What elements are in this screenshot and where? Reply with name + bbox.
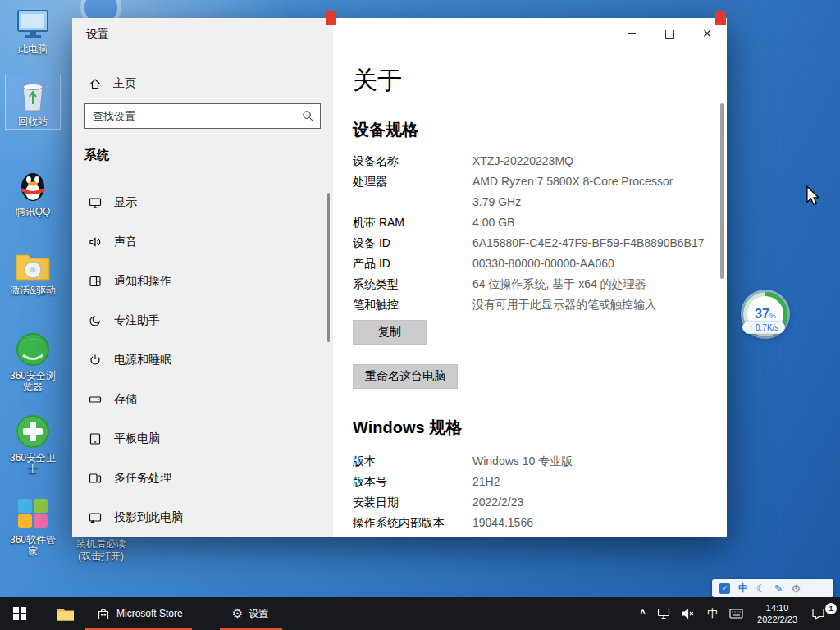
spec-label: 版本号 xyxy=(353,472,472,492)
folder-icon xyxy=(15,249,51,282)
spec-value: 21H2 xyxy=(472,472,500,492)
sidebar-item-label: 显示 xyxy=(114,195,137,210)
spec-value: AMD Ryzen 7 5800X 8-Core Processor 3.79 … xyxy=(472,171,673,212)
spec-value: 00330-80000-00000-AA060 xyxy=(472,253,614,274)
microsoft-store-button[interactable]: Microsoft Store xyxy=(85,597,194,630)
store-icon xyxy=(97,607,110,620)
multitask-icon xyxy=(88,472,102,485)
desktop-icon-qq[interactable]: 腾讯QQ xyxy=(6,166,60,219)
spec-label: 系统类型 xyxy=(353,274,472,294)
360-software-icon xyxy=(15,495,51,532)
sidebar-item-label: 投影到此电脑 xyxy=(114,510,183,525)
spec-row: 系统类型 64 位操作系统, 基于 x64 的处理器 xyxy=(353,274,707,294)
start-button[interactable] xyxy=(0,597,39,630)
desktop-icon-this-pc[interactable]: 此电脑 xyxy=(6,7,60,57)
ime-indicator[interactable]: 中 xyxy=(701,597,724,630)
up-arrow-icon: ↑ xyxy=(749,323,753,332)
desktop-icon-readme-label[interactable]: 装机后必读(双击打开) xyxy=(71,538,131,563)
ime-toolbar: ✓ 中 ☾ ✎ ⚙ xyxy=(712,579,833,597)
copy-button[interactable]: 复制 xyxy=(353,320,427,345)
recycle-bin-icon xyxy=(15,77,51,113)
sidebar-item-label: 主页 xyxy=(113,76,136,91)
check-icon[interactable]: ✓ xyxy=(719,583,730,594)
spec-row: 处理器 AMD Ryzen 7 5800X 8-Core Processor 3… xyxy=(353,171,707,212)
sidebar-item-label: 电源和睡眠 xyxy=(114,353,171,368)
pencil-icon[interactable]: ✎ xyxy=(774,582,783,595)
desktop-icon-label: 此电脑 xyxy=(18,43,48,55)
red-marker-right xyxy=(715,11,726,25)
spec-row: 产品 ID 00330-80000-00000-AA060 xyxy=(353,253,707,274)
sidebar-item-tablet[interactable]: 平板电脑 xyxy=(72,419,333,459)
spec-label: 版本 xyxy=(353,451,472,472)
home-icon xyxy=(88,77,102,90)
spec-label: 设备 ID xyxy=(353,233,472,253)
desktop-icon-drivers-folder[interactable]: 激活&驱动 xyxy=(6,248,60,298)
volume-muted-tray-icon[interactable] xyxy=(676,597,701,630)
sidebar-item-home[interactable]: 主页 xyxy=(72,69,333,98)
desktop: 此电脑 回收站 腾讯QQ 激活&驱动 xyxy=(0,0,840,630)
ime-settings-gear-icon[interactable]: ⚙ xyxy=(792,582,801,595)
settings-window: × 设置 主页 系统 xyxy=(72,18,727,537)
touch-keyboard-icon[interactable] xyxy=(724,597,749,630)
desktop-icon-label: 360安全卫士 xyxy=(6,452,60,475)
sidebar-item-power-sleep[interactable]: 电源和睡眠 xyxy=(72,340,333,380)
projecting-icon xyxy=(88,511,102,524)
settings-sidebar: 设置 主页 系统 xyxy=(72,18,333,537)
desktop-icon-360-software[interactable]: 360软件管家 xyxy=(6,494,60,559)
sidebar-scrollbar[interactable] xyxy=(327,193,330,342)
spec-label: 笔和触控 xyxy=(353,294,472,315)
ime-chinese-mode[interactable]: 中 xyxy=(738,582,748,596)
speaker-icon xyxy=(88,235,102,249)
display-icon xyxy=(88,196,102,209)
spec-label: 产品 ID xyxy=(353,253,472,274)
red-marker-left xyxy=(326,11,336,25)
network-tray-icon[interactable] xyxy=(651,597,676,630)
spec-label: 操作系统内部版本 xyxy=(353,513,472,533)
taskbar-settings-button[interactable]: ⚙ 设置 xyxy=(222,597,278,630)
sidebar-item-sound[interactable]: 声音 xyxy=(72,222,333,262)
minimize-button[interactable] xyxy=(613,21,651,46)
spec-value: 19044.1566 xyxy=(472,513,533,533)
taskbar-clock[interactable]: 14:10 2022/2/23 xyxy=(749,602,806,625)
sidebar-item-focus-assist[interactable]: 专注助手 xyxy=(72,301,333,340)
action-center-button[interactable]: 1 xyxy=(806,597,837,630)
windows-spec-title: Windows 规格 xyxy=(353,417,462,439)
notifications-icon xyxy=(88,275,102,288)
desktop-icon-360-browser[interactable]: 360安全浏览器 xyxy=(6,330,60,395)
mouse-cursor xyxy=(806,185,819,206)
desktop-icon-recycle-bin[interactable]: 回收站 xyxy=(6,75,60,129)
sidebar-item-multitasking[interactable]: 多任务处理 xyxy=(72,459,333,498)
spec-row: 设备名称 XTZJ-20220223MQ xyxy=(353,151,707,171)
search-input[interactable] xyxy=(84,103,321,129)
close-button[interactable]: × xyxy=(688,21,726,46)
content-scrollbar[interactable] xyxy=(720,103,724,279)
device-spec-table: 设备名称 XTZJ-20220223MQ 处理器 AMD Ryzen 7 580… xyxy=(353,151,707,315)
360-safe-icon xyxy=(15,413,51,450)
spec-row: 版本号 21H2 xyxy=(353,472,707,492)
spec-label: 安装日期 xyxy=(353,492,472,513)
sidebar-item-notifications[interactable]: 通知和操作 xyxy=(72,262,333,301)
spec-value: 没有可用于此显示器的笔或触控输入 xyxy=(472,294,656,315)
search-icon[interactable] xyxy=(302,110,314,122)
sidebar-item-storage[interactable]: 存储 xyxy=(72,380,333,419)
desktop-icon-label: 回收站 xyxy=(18,116,48,127)
desktop-icon-label: 360软件管家 xyxy=(6,534,60,557)
spec-value: 4.00 GB xyxy=(472,212,514,233)
network-speed-badge[interactable]: ↑ 0.7K/s xyxy=(742,321,785,334)
sidebar-item-display[interactable]: 显示 xyxy=(72,183,333,222)
settings-search xyxy=(84,103,321,129)
file-explorer-button[interactable] xyxy=(46,597,85,630)
maximize-icon xyxy=(665,30,674,39)
taskbar-settings-label: 设置 xyxy=(249,607,268,621)
windows-logo-icon xyxy=(13,607,26,620)
tray-chevron-up[interactable]: ^ xyxy=(634,597,651,630)
desktop-icon-360-safe[interactable]: 360安全卫士 xyxy=(6,412,60,477)
power-icon xyxy=(88,354,102,367)
maximize-button[interactable] xyxy=(651,21,688,46)
sidebar-item-label: 多任务处理 xyxy=(114,471,171,486)
app-title: 设置 xyxy=(86,27,109,42)
rename-pc-button[interactable]: 重命名这台电脑 xyxy=(353,364,458,389)
moon-mode-icon[interactable]: ☾ xyxy=(756,582,766,595)
spec-row: 设备 ID 6A15880F-C4E2-47F9-BF59-F4B8890B6B… xyxy=(353,233,707,253)
sidebar-item-projecting[interactable]: 投影到此电脑 xyxy=(72,498,333,537)
